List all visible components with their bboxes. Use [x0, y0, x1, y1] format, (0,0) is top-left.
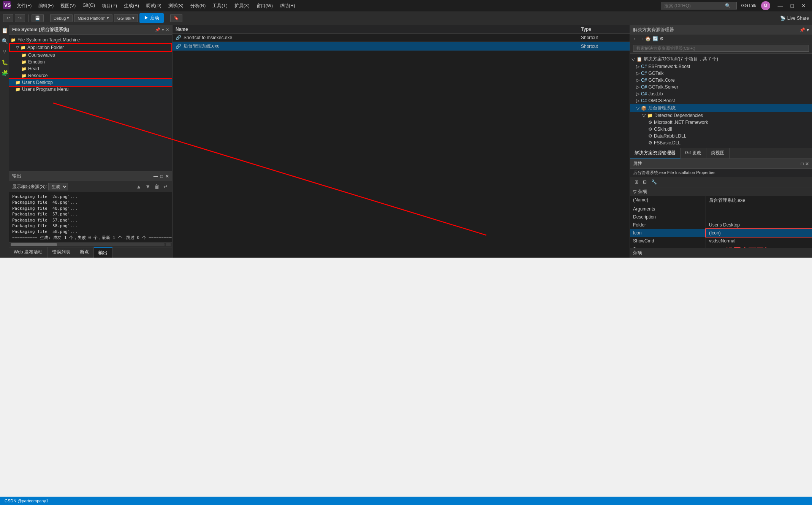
- fs-emotion[interactable]: 📁 Emotion: [9, 59, 172, 65]
- props-row-arguments[interactable]: Arguments: [630, 205, 812, 213]
- minimize-btn[interactable]: —: [775, 3, 786, 9]
- file-row-1[interactable]: 🔗 后台管理系统.exe Shortcut: [173, 42, 630, 51]
- menu-window[interactable]: 窗口(W): [253, 1, 276, 11]
- side-icon-4[interactable]: 🐛: [1, 59, 8, 66]
- sol-ggtalk[interactable]: ▷ C# GGTalk: [630, 70, 812, 77]
- solution-search[interactable]: [633, 45, 809, 52]
- sol-cskin[interactable]: ⚙ CSkin.dll: [630, 126, 812, 133]
- bookmark-btn[interactable]: 🔖: [170, 14, 182, 22]
- sol-ggtalk-core[interactable]: ▷ C# GGTalk.Core: [630, 77, 812, 84]
- tab-class-view[interactable]: 类视图: [706, 148, 730, 158]
- fs-application-folder[interactable]: ▽ 📁 Application Folder: [9, 43, 172, 52]
- tab-output[interactable]: 输出: [94, 247, 112, 258]
- menu-project[interactable]: 项目(P): [99, 1, 120, 11]
- menu-edit[interactable]: 编辑(E): [35, 1, 57, 11]
- props-collapse-btn[interactable]: —: [795, 161, 799, 166]
- redo-btn[interactable]: ↪: [15, 14, 25, 22]
- project-dropdown[interactable]: GGTalk ▾: [114, 14, 138, 22]
- props-row-target[interactable]: Target 主输出 设置桌面图标: [630, 245, 812, 248]
- sol-justlib[interactable]: ▷ C# JustLib: [630, 90, 812, 97]
- sol-expand-icon7: ▽: [636, 106, 639, 111]
- props-row-icon[interactable]: Icon (Icon): [630, 229, 812, 237]
- fs-panel-dropdown[interactable]: ▾: [162, 27, 164, 32]
- sol-fsbasic[interactable]: ⚙ FSBasic.DLL: [630, 139, 812, 146]
- search-input[interactable]: [664, 3, 725, 8]
- maximize-btn[interactable]: □: [788, 3, 797, 9]
- menu-help[interactable]: 帮助(H): [277, 1, 298, 11]
- props-row-name[interactable]: (Name) 后台管理系统.exe: [630, 196, 812, 205]
- sol-esframework[interactable]: ▷ C# ESFramework.Boost: [630, 63, 812, 70]
- save-btn[interactable]: 💾: [32, 14, 44, 22]
- fs-users-programs[interactable]: 📁 User's Programs Menu: [9, 86, 172, 93]
- tab-git-changes[interactable]: Git 更改: [681, 148, 706, 158]
- sol-datarabbit[interactable]: ⚙ DataRabbit.DLL: [630, 133, 812, 139]
- props-row-description[interactable]: Description: [630, 213, 812, 221]
- props-section-collapse[interactable]: ▽: [633, 189, 636, 195]
- search-box[interactable]: 🔍: [661, 2, 737, 9]
- output-up-btn[interactable]: ▲: [135, 184, 142, 190]
- sol-sync-btn[interactable]: 🔄: [652, 36, 658, 41]
- side-icon-3[interactable]: ⑂: [1, 48, 8, 55]
- sol-pin-btn[interactable]: 📌: [799, 27, 805, 33]
- fs-users-desktop[interactable]: 📁 User's Desktop: [9, 79, 172, 86]
- sol-gear-btn[interactable]: ⚙: [660, 36, 664, 41]
- menu-debug[interactable]: 调试(D): [143, 1, 165, 11]
- side-icon-1[interactable]: 📋: [1, 27, 8, 34]
- menu-extensions[interactable]: 扩展(X): [231, 1, 253, 11]
- props-property-btn[interactable]: 🔧: [650, 179, 658, 185]
- tab-solution-explorer[interactable]: 解决方案资源管理器: [630, 148, 681, 158]
- props-expand-btn[interactable]: □: [801, 161, 804, 166]
- props-row-showcmd[interactable]: ShowCmd vsdscNormal: [630, 237, 812, 245]
- output-close-btn[interactable]: ✕: [165, 174, 169, 179]
- live-share-btn[interactable]: 📡Live Share: [780, 16, 809, 21]
- fs-panel-pin[interactable]: 📌: [155, 27, 160, 32]
- sol-detected-deps[interactable]: ▽ 📁 Detected Dependencies: [630, 112, 812, 119]
- menu-git[interactable]: Git(G): [79, 1, 98, 11]
- sol-omcs[interactable]: ▷ C# OMCS.Boost: [630, 97, 812, 104]
- tab-web-publish[interactable]: Web 发布活动: [9, 247, 47, 258]
- close-btn[interactable]: ✕: [798, 3, 809, 9]
- menu-view[interactable]: 视图(V): [57, 1, 79, 11]
- side-icon-2[interactable]: 🔍: [1, 37, 8, 45]
- output-wrap-btn[interactable]: ↵: [162, 184, 169, 190]
- sol-backend[interactable]: ▽ 📦 后台管理系统: [630, 104, 812, 112]
- fs-panel-controls: 📌 ▾ ✕: [155, 27, 169, 32]
- debug-dropdown[interactable]: Debug ▾: [50, 14, 73, 22]
- output-restore-btn[interactable]: □: [160, 174, 163, 179]
- props-row-folder[interactable]: ▶ Folder User's Desktop: [630, 221, 812, 229]
- fs-root[interactable]: 📁 File System on Target Machine: [9, 36, 172, 43]
- output-clear-btn[interactable]: 🗑: [153, 184, 161, 190]
- sol-root[interactable]: ▽ 📋 解决方案'GGTalk'(7 个项目，共 7 个): [630, 55, 812, 63]
- output-collapse-btn[interactable]: —: [154, 174, 158, 179]
- sol-back-btn[interactable]: ←: [633, 36, 638, 41]
- props-grid-btn[interactable]: ⊞: [633, 179, 640, 185]
- sol-dropdown-btn[interactable]: ▾: [807, 27, 809, 33]
- output-down-btn[interactable]: ▼: [144, 184, 152, 190]
- fs-head[interactable]: 📁 Head: [9, 65, 172, 72]
- fs-panel-close[interactable]: ✕: [166, 27, 169, 32]
- fs-resource[interactable]: 📁 Resource: [9, 72, 172, 79]
- status-csdn[interactable]: CSDN @partcompany1: [3, 499, 50, 503]
- menu-tools[interactable]: 工具(T): [209, 1, 230, 11]
- props-close-btn[interactable]: ✕: [805, 161, 809, 166]
- sol-cs-icon3: C#: [641, 78, 647, 83]
- props-sort-btn[interactable]: ⊟: [641, 179, 648, 185]
- side-icon-5[interactable]: 🧩: [1, 69, 8, 77]
- fs-panel: File System (后台管理系统) 📌 ▾ ✕ 📁 File System…: [9, 25, 173, 258]
- file-row-0[interactable]: 🔗 Shortcut to msiexec.exe Shortcut: [173, 34, 630, 42]
- tab-error-list[interactable]: 错误列表: [47, 247, 75, 258]
- menu-build[interactable]: 生成(B): [121, 1, 142, 11]
- sol-ggtalk-server[interactable]: ▷ C# GGTalk.Server: [630, 84, 812, 90]
- menu-analyze[interactable]: 分析(N): [187, 1, 209, 11]
- sol-dotnet[interactable]: ⚙ Microsoft .NET Framework: [630, 119, 812, 126]
- tab-breakpoints[interactable]: 断点: [75, 247, 94, 258]
- menu-test[interactable]: 测试(S): [165, 1, 187, 11]
- menu-file[interactable]: 文件(F): [14, 1, 35, 11]
- platform-dropdown[interactable]: Mixed Platform ▾: [74, 14, 112, 22]
- run-button[interactable]: ▶ 启动: [139, 13, 163, 23]
- fs-coursewares[interactable]: 📁 Coursewares: [9, 52, 172, 59]
- output-source-select[interactable]: 生成: [48, 183, 68, 190]
- sol-forward-btn[interactable]: →: [639, 36, 644, 41]
- undo-btn[interactable]: ↩: [3, 14, 13, 22]
- sol-home-btn[interactable]: 🏠: [645, 36, 651, 41]
